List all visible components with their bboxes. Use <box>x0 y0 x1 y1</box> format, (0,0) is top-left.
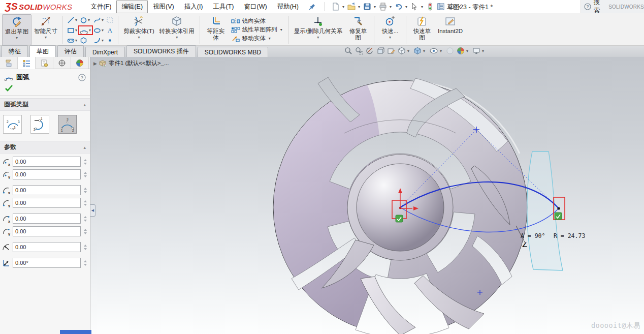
print-icon[interactable] <box>378 2 388 11</box>
feature-tree-tab[interactable] <box>0 57 18 69</box>
undo-icon[interactable] <box>394 2 404 11</box>
end-x-stepper[interactable] <box>82 216 88 222</box>
sketch-text-tool[interactable]: A <box>106 26 114 34</box>
menu-insert[interactable]: 插入(I) <box>179 1 208 13</box>
exit-sketch-button[interactable]: 退出草图 ▾ <box>2 14 31 45</box>
rectangle-tool[interactable]: ▾ <box>67 26 78 34</box>
instant2d-button[interactable]: Instant2D <box>435 14 465 45</box>
trim-caret[interactable]: ▾ <box>138 35 140 40</box>
radius-input[interactable] <box>13 242 81 252</box>
convert-entities-button[interactable]: 转换实体引用 ▾ <box>157 14 197 45</box>
relation-icon-coincident-center[interactable] <box>396 215 403 222</box>
arc-type-section-header[interactable]: 圆弧类型 ▴ <box>0 98 90 111</box>
menu-edit[interactable]: 编辑(E) <box>116 1 148 13</box>
angle-input[interactable] <box>13 258 81 268</box>
scene-ball-icon[interactable]: ▾ <box>457 47 470 55</box>
section-view-icon[interactable] <box>366 47 374 55</box>
ellipse-tool[interactable]: ▾ <box>93 26 105 34</box>
menu-window[interactable]: 窗口(W) <box>239 1 272 13</box>
smart-dimension-caret[interactable]: ▾ <box>45 35 47 40</box>
start-x-input[interactable] <box>13 185 81 195</box>
rapid-sketch-button[interactable]: 快速草图 <box>409 14 435 45</box>
arc-end-point[interactable] <box>557 207 560 209</box>
search-box[interactable]: ? 搜索 SOLIDWORKS <box>581 0 644 13</box>
zoom-fit-icon[interactable] <box>344 47 352 55</box>
smart-dimension-button[interactable]: 智能尺寸 ▾ <box>31 14 60 45</box>
point-tool[interactable] <box>106 37 114 44</box>
select-caret[interactable]: ▾ <box>421 5 423 9</box>
angle-stepper[interactable] <box>82 260 88 266</box>
help-icon[interactable]: ? <box>78 74 86 81</box>
tab-evaluate[interactable]: 评估 <box>57 45 84 57</box>
relation-icon-coincident-end[interactable] <box>555 212 562 220</box>
slot-tool[interactable]: ▾ <box>67 37 78 44</box>
sketch-view-tool-icon[interactable] <box>387 47 395 55</box>
spline-tool[interactable]: ▾ <box>93 16 105 24</box>
panel-splitter-handle[interactable]: ◀ <box>90 204 95 217</box>
circle-tool[interactable]: ▾ <box>79 16 92 24</box>
expand-arrow-icon[interactable]: ▶ <box>93 61 97 66</box>
tangent-arc-button[interactable]: 12 <box>30 115 49 134</box>
tab-solidworks-addins[interactable]: SOLIDWORKS 插件 <box>126 45 196 57</box>
move-entities-button[interactable]: 移动实体 ▾ <box>231 35 284 42</box>
tab-dimxpert[interactable]: DimXpert <box>85 47 125 57</box>
menu-tools[interactable]: 工具(T) <box>208 1 239 13</box>
menu-file[interactable]: 文件(F) <box>85 1 116 13</box>
dimxpert-manager-tab[interactable] <box>53 57 71 69</box>
pin-menu-icon[interactable] <box>309 3 316 10</box>
center-x-input[interactable] <box>13 157 81 167</box>
tangent-arc-tool[interactable]: ▾ <box>93 37 105 44</box>
polygon-tool[interactable] <box>79 37 92 44</box>
centerpoint-arc-button[interactable]: 213 <box>3 115 22 134</box>
arc-tool-active[interactable]: ▾ <box>79 26 92 34</box>
display-relations-caret[interactable]: ▾ <box>317 35 319 40</box>
end-y-input[interactable] <box>13 226 81 236</box>
quick-snaps-button[interactable]: 快速... ▾ <box>377 14 403 45</box>
tab-features[interactable]: 特征 <box>2 45 28 57</box>
display-delete-relations-button[interactable]: 显示/删除几何关系 ▾ <box>292 14 345 45</box>
property-manager-tab[interactable] <box>18 57 36 69</box>
feature-tree-item-label[interactable]: 零件1 (默认<<默认>_... <box>109 59 169 67</box>
print-caret[interactable]: ▾ <box>390 5 392 9</box>
radius-stepper[interactable] <box>82 245 88 250</box>
select-cursor-icon[interactable] <box>409 2 420 11</box>
mirror-entities-button[interactable]: 镜向实体 <box>231 17 284 25</box>
save-caret[interactable]: ▾ <box>374 5 376 9</box>
parameters-section-header[interactable]: 参数 ▴ <box>0 141 90 154</box>
end-x-input[interactable] <box>13 214 81 224</box>
rebuild-traffic-light-icon[interactable] <box>425 2 435 11</box>
view-cube-icon[interactable]: ▾ <box>398 47 411 55</box>
repair-sketch-button[interactable]: 修复草图 <box>345 14 371 45</box>
zoom-area-icon[interactable] <box>355 47 363 55</box>
linear-sketch-pattern-button[interactable]: 线性草图阵列 ▾ <box>231 26 284 34</box>
model-scene[interactable]: A = 90° R = 24.73 ∠ <box>90 57 644 334</box>
line-tool[interactable]: ▾ <box>67 16 78 24</box>
feature-tree-flyout[interactable]: ▶ 零件1 (默认<<默认>_... <box>93 59 169 67</box>
new-document-caret[interactable]: ▾ <box>342 5 344 9</box>
tab-sketch[interactable]: 草图 <box>29 45 56 57</box>
collapse-chevron-icon[interactable]: ▴ <box>83 145 86 150</box>
view-orientation-tool-icon[interactable] <box>376 47 384 55</box>
offset-entities-button[interactable]: 等距实体 <box>203 14 229 45</box>
convert-caret[interactable]: ▾ <box>176 35 178 40</box>
three-point-arc-button[interactable]: 312 <box>58 115 77 134</box>
open-caret[interactable]: ▾ <box>358 5 360 9</box>
trim-entities-button[interactable]: 剪裁实体(T) ▾ <box>121 14 157 45</box>
help-circle-icon[interactable]: ? <box>584 3 591 10</box>
open-icon[interactable] <box>346 2 357 11</box>
exit-sketch-caret[interactable]: ▾ <box>16 36 18 40</box>
ok-checkmark-button[interactable] <box>0 83 90 96</box>
new-document-icon[interactable] <box>331 2 341 11</box>
hide-show-items-icon[interactable]: ▾ <box>429 47 443 55</box>
center-x-stepper[interactable] <box>82 159 88 165</box>
collapse-chevron-icon[interactable]: ▴ <box>83 102 86 107</box>
ghost-rect-tool[interactable] <box>106 16 114 24</box>
start-x-stepper[interactable] <box>82 188 88 193</box>
quick-snaps-caret[interactable]: ▾ <box>389 35 391 40</box>
center-y-input[interactable] <box>13 169 81 179</box>
linear-pattern-caret[interactable]: ▾ <box>280 27 282 32</box>
menu-help[interactable]: 帮助(H) <box>272 1 304 13</box>
end-y-stepper[interactable] <box>82 229 88 234</box>
graphics-viewport[interactable]: ▶ 零件1 (默认<<默认>_... <box>90 57 644 334</box>
configurations-tab[interactable] <box>36 57 53 69</box>
